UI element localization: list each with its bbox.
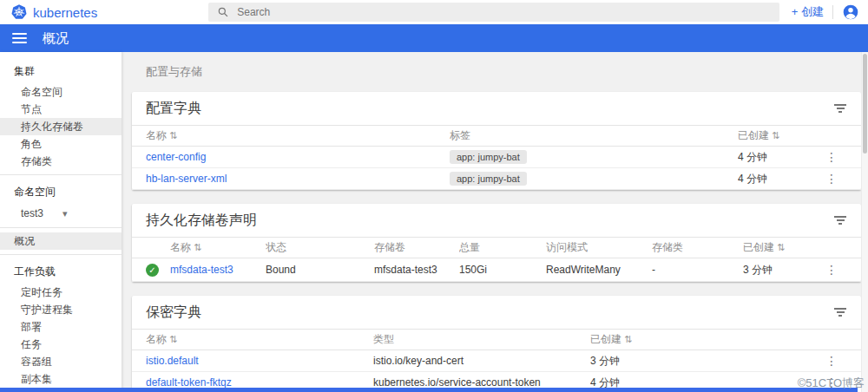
label-chip[interactable]: app: jumpy-bat bbox=[450, 150, 527, 164]
filter-icon[interactable] bbox=[833, 306, 847, 318]
sidebar-item-storage-classes[interactable]: 存储类 bbox=[0, 153, 122, 170]
persistent-volume-claims-card: 持久化存储卷声明 名称⇅ 状态 存储卷 总量 访问模式 存储类 已创建⇅ ✓ m… bbox=[132, 204, 861, 282]
config-maps-card: 配置字典 名称⇅ 标签 已创建⇅ center-config app: jump… bbox=[132, 92, 861, 190]
sort-name-header[interactable]: 名称⇅ bbox=[170, 240, 201, 255]
menu-icon[interactable] bbox=[12, 33, 27, 43]
sort-icon: ⇅ bbox=[624, 334, 632, 345]
secret-link[interactable]: istio.default bbox=[146, 355, 199, 367]
pvc-link[interactable]: mfsdata-test3 bbox=[170, 264, 233, 276]
bottom-bar bbox=[0, 388, 858, 392]
secrets-card: 保密字典 名称⇅ 类型 已创建⇅ istio.default istio.io/… bbox=[132, 296, 861, 392]
sidebar-item-jobs[interactable]: 任务 bbox=[0, 336, 122, 353]
created-cell: 4 分钟 bbox=[738, 150, 816, 165]
table-header: 名称⇅ 状态 存储卷 总量 访问模式 存储类 已创建⇅ bbox=[132, 237, 861, 258]
kubernetes-logo-icon bbox=[10, 3, 28, 21]
access-modes-cell: ReadWriteMany bbox=[546, 264, 652, 276]
more-vert-icon[interactable]: ⋮ bbox=[822, 150, 841, 164]
scrollbar-thumb[interactable] bbox=[863, 54, 867, 154]
divider bbox=[0, 174, 122, 175]
kubernetes-dashboard: kubernetes + 创建 概况 集群 bbox=[0, 0, 868, 392]
status-header: 状态 bbox=[266, 240, 374, 255]
sort-created-header[interactable]: 已创建⇅ bbox=[738, 128, 779, 143]
header-actions: + 创建 bbox=[792, 3, 861, 21]
status-ok-icon: ✓ bbox=[146, 264, 159, 277]
vertical-scrollbar[interactable] bbox=[861, 52, 868, 392]
table-header: 名称⇅ 标签 已创建⇅ bbox=[132, 125, 861, 147]
storage-class-header: 存储类 bbox=[652, 240, 743, 255]
storage-class-cell: - bbox=[652, 264, 743, 276]
labels-header: 标签 bbox=[450, 128, 738, 143]
sort-name-header[interactable]: 名称⇅ bbox=[146, 332, 177, 347]
namespace-selector[interactable]: test3 ▾ bbox=[0, 204, 122, 223]
table-row: center-config app: jumpy-bat 4 分钟 ⋮ bbox=[132, 147, 861, 168]
sidebar-item-persistent-volumes[interactable]: 持久化存储卷 bbox=[0, 118, 122, 135]
label-chip[interactable]: app: jumpy-bat bbox=[450, 172, 527, 186]
divider bbox=[0, 254, 122, 255]
caret-down-icon: ▾ bbox=[62, 208, 68, 219]
sidebar-item-pods[interactable]: 容器组 bbox=[0, 353, 122, 370]
secret-link[interactable]: default-token-fktqz bbox=[146, 376, 232, 389]
access-modes-header: 访问模式 bbox=[546, 240, 652, 255]
capacity-header: 总量 bbox=[459, 240, 546, 255]
more-vert-icon[interactable]: ⋮ bbox=[822, 354, 841, 368]
configmap-link[interactable]: hb-lan-server-xml bbox=[146, 173, 227, 185]
table-row: hb-lan-server-xml app: jumpy-bat 4 分钟 ⋮ bbox=[132, 168, 861, 190]
type-header: 类型 bbox=[373, 332, 590, 347]
sidebar-item-nodes[interactable]: 节点 bbox=[0, 101, 122, 118]
sidebar-item-cron-jobs[interactable]: 定时任务 bbox=[0, 284, 122, 301]
capacity-cell: 150Gi bbox=[459, 264, 546, 276]
card-title-pvc: 持久化存储卷声明 bbox=[146, 212, 257, 230]
page-title: 概况 bbox=[43, 30, 69, 47]
sort-icon: ⇅ bbox=[772, 130, 779, 141]
card-title-secrets: 保密字典 bbox=[146, 304, 201, 322]
sort-icon: ⇅ bbox=[169, 334, 177, 345]
sort-icon: ⇅ bbox=[169, 130, 177, 141]
created-cell: 3 分钟 bbox=[743, 263, 816, 278]
sidebar-item-replica-sets[interactable]: 副本集 bbox=[0, 370, 122, 388]
section-title: 配置与存储 bbox=[146, 64, 861, 80]
sidebar-item-daemon-sets[interactable]: 守护进程集 bbox=[0, 301, 122, 318]
main-content: 配置与存储 配置字典 名称⇅ 标签 已创建⇅ center-config app… bbox=[122, 52, 868, 392]
toolbar: 概况 bbox=[0, 24, 868, 52]
create-button[interactable]: + 创建 bbox=[792, 4, 824, 20]
top-header: kubernetes + 创建 bbox=[0, 0, 868, 24]
type-cell: istio.io/key-and-cert bbox=[373, 355, 590, 367]
volume-header: 存储卷 bbox=[374, 240, 459, 255]
more-vert-icon[interactable]: ⋮ bbox=[822, 172, 841, 186]
watermark: ©51CTO博客 bbox=[798, 376, 865, 391]
volume-cell: mfsdata-test3 bbox=[374, 264, 459, 276]
status-cell: Bound bbox=[266, 264, 374, 276]
created-cell: 4 分钟 bbox=[738, 172, 816, 186]
sort-created-header[interactable]: 已创建⇅ bbox=[590, 332, 632, 347]
user-avatar-icon[interactable] bbox=[842, 3, 859, 21]
sidebar-item-roles[interactable]: 角色 bbox=[0, 135, 122, 153]
search-icon bbox=[217, 6, 229, 18]
created-cell: 3 分钟 bbox=[590, 354, 816, 369]
sort-icon: ⇅ bbox=[194, 242, 201, 253]
table-row: ✓ mfsdata-test3 Bound mfsdata-test3 150G… bbox=[132, 258, 861, 282]
sidebar-item-namespaces[interactable]: 命名空间 bbox=[0, 83, 122, 101]
filter-icon[interactable] bbox=[833, 102, 847, 114]
nav-header-namespace: 命名空间 bbox=[0, 180, 122, 204]
configmap-link[interactable]: center-config bbox=[146, 151, 206, 163]
sidebar-item-overview[interactable]: 概况 bbox=[0, 232, 122, 250]
namespace-selected: test3 bbox=[21, 207, 43, 219]
brand-name: kubernetes bbox=[33, 5, 97, 20]
sidebar: 集群 命名空间 节点 持久化存储卷 角色 存储类 命名空间 test3 ▾ 概况… bbox=[0, 52, 122, 392]
sort-created-header[interactable]: 已创建⇅ bbox=[743, 240, 785, 255]
search-input[interactable] bbox=[237, 6, 771, 18]
sort-name-header[interactable]: 名称⇅ bbox=[146, 128, 177, 143]
card-title-config-maps: 配置字典 bbox=[146, 100, 201, 118]
brand[interactable]: kubernetes bbox=[10, 3, 97, 21]
more-vert-icon[interactable]: ⋮ bbox=[822, 263, 841, 277]
divider bbox=[0, 227, 122, 228]
divider bbox=[832, 5, 833, 19]
filter-icon[interactable] bbox=[833, 214, 847, 226]
nav-header-workloads: 工作负载 bbox=[0, 259, 122, 284]
table-row: istio.default istio.io/key-and-cert 3 分钟… bbox=[132, 350, 861, 372]
sort-icon: ⇅ bbox=[777, 242, 785, 253]
type-cell: kubernetes.io/service-account-token bbox=[373, 376, 590, 389]
search-bar[interactable] bbox=[208, 3, 779, 22]
sidebar-item-deployments[interactable]: 部署 bbox=[0, 318, 122, 336]
table-header: 名称⇅ 类型 已创建⇅ bbox=[132, 329, 861, 350]
